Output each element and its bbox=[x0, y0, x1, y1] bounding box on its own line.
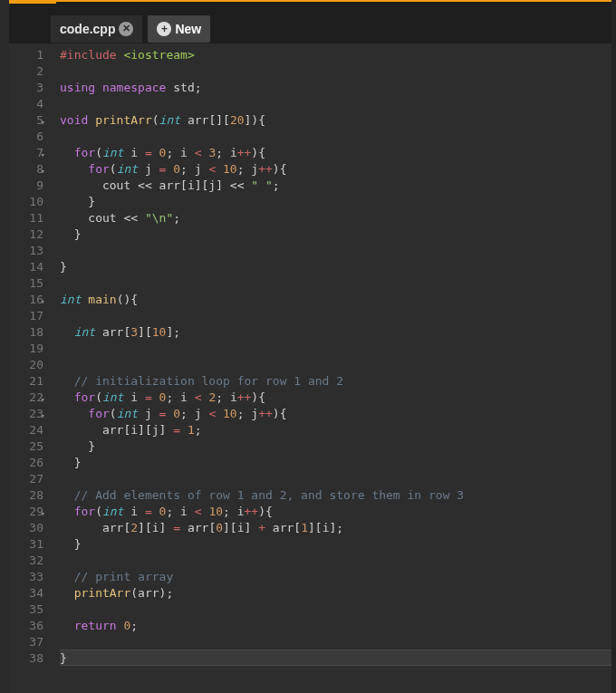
code-line[interactable]: } bbox=[60, 226, 611, 243]
editor-panel: code.cpp ✕ + New 12345▾67▾8▾910111213141… bbox=[9, 0, 611, 693]
line-number: 15 bbox=[13, 275, 43, 292]
code-line[interactable] bbox=[60, 129, 611, 145]
line-number: 23▾ bbox=[13, 406, 43, 422]
code-line[interactable]: printArr(arr); bbox=[60, 585, 611, 602]
line-number: 24 bbox=[13, 422, 43, 438]
line-number: 19 bbox=[13, 341, 43, 357]
code-line[interactable] bbox=[60, 471, 611, 487]
line-number-gutter: 12345▾67▾8▾910111213141516▾171819202122▾… bbox=[9, 43, 51, 693]
line-number: 38 bbox=[13, 650, 43, 667]
code-line[interactable]: cout << arr[i][j] << " "; bbox=[60, 178, 611, 194]
line-number: 26 bbox=[13, 455, 43, 471]
editor-window: code.cpp ✕ + New 12345▾67▾8▾910111213141… bbox=[0, 0, 616, 693]
code-line[interactable] bbox=[60, 63, 611, 80]
line-number: 33 bbox=[13, 569, 43, 585]
line-number: 7▾ bbox=[13, 145, 43, 161]
code-line[interactable]: void printArr(int arr[][20]){ bbox=[60, 112, 611, 129]
code-line[interactable]: #include <iostream> bbox=[60, 47, 611, 63]
line-number: 5▾ bbox=[13, 112, 43, 129]
code-line[interactable]: int main(){ bbox=[60, 292, 611, 308]
code-line[interactable]: } bbox=[60, 194, 611, 210]
tab-code-cpp[interactable]: code.cpp ✕ bbox=[51, 15, 142, 43]
code-line[interactable]: arr[2][i] = arr[0][i] + arr[1][i]; bbox=[60, 520, 611, 536]
code-line[interactable]: } bbox=[60, 259, 611, 275]
code-line[interactable]: // initialization loop for row 1 and 2 bbox=[60, 373, 611, 390]
code-line[interactable]: for(int i = 0; i < 3; i++){ bbox=[60, 145, 611, 161]
close-icon[interactable]: ✕ bbox=[119, 22, 133, 36]
line-number: 4 bbox=[13, 96, 43, 112]
code-line[interactable] bbox=[60, 96, 611, 112]
code-line[interactable]: for(int j = 0; j < 10; j++){ bbox=[60, 161, 611, 178]
line-number: 22▾ bbox=[13, 390, 43, 406]
code-line[interactable]: return 0; bbox=[60, 618, 611, 634]
code-line[interactable]: cout << "\n"; bbox=[60, 210, 611, 226]
code-area[interactable]: 12345▾67▾8▾910111213141516▾171819202122▾… bbox=[9, 43, 611, 693]
line-number: 31 bbox=[13, 536, 43, 553]
line-number: 18 bbox=[13, 324, 43, 341]
code-line[interactable]: // print array bbox=[60, 569, 611, 585]
line-number: 17 bbox=[13, 308, 43, 324]
plus-icon: + bbox=[157, 22, 171, 36]
line-number: 21 bbox=[13, 373, 43, 390]
line-number: 13 bbox=[13, 243, 43, 259]
line-number: 12 bbox=[13, 226, 43, 243]
new-tab-button[interactable]: + New bbox=[148, 15, 210, 43]
line-number: 25 bbox=[13, 438, 43, 455]
new-tab-label: New bbox=[175, 22, 201, 36]
line-number: 30 bbox=[13, 520, 43, 536]
line-number: 32 bbox=[13, 553, 43, 569]
code-line[interactable]: for(int j = 0; j < 10; j++){ bbox=[60, 406, 611, 422]
line-number: 1 bbox=[13, 47, 43, 63]
line-number: 10 bbox=[13, 194, 43, 210]
code-line[interactable]: } bbox=[60, 536, 611, 553]
code-line[interactable]: } bbox=[60, 650, 611, 666]
code-line[interactable] bbox=[60, 308, 611, 324]
line-number: 27 bbox=[13, 471, 43, 487]
code-line[interactable]: // Add elements of row 1 and 2, and stor… bbox=[60, 487, 611, 504]
line-number: 14 bbox=[13, 259, 43, 275]
tab-bar: code.cpp ✕ + New bbox=[9, 0, 611, 43]
line-number: 8▾ bbox=[13, 161, 43, 178]
line-number: 35 bbox=[13, 602, 43, 618]
tab-label: code.cpp bbox=[60, 22, 115, 36]
code-line[interactable] bbox=[60, 357, 611, 373]
code-line[interactable] bbox=[60, 602, 611, 618]
code-line[interactable] bbox=[60, 275, 611, 292]
line-number: 2 bbox=[13, 63, 43, 80]
code-line[interactable]: for(int i = 0; i < 2; i++){ bbox=[60, 390, 611, 406]
code-line[interactable]: arr[i][j] = 1; bbox=[60, 422, 611, 438]
code-line[interactable] bbox=[60, 243, 611, 259]
line-number: 20 bbox=[13, 357, 43, 373]
line-number: 29▾ bbox=[13, 504, 43, 520]
line-number: 3 bbox=[13, 80, 43, 96]
line-number: 16▾ bbox=[13, 292, 43, 308]
scrollbar-track[interactable] bbox=[611, 0, 616, 693]
code-line[interactable]: } bbox=[60, 455, 611, 471]
code-line[interactable] bbox=[60, 553, 611, 569]
line-number: 9 bbox=[13, 178, 43, 194]
code-line[interactable]: } bbox=[60, 438, 611, 455]
code-line[interactable] bbox=[60, 341, 611, 357]
line-number: 34 bbox=[13, 585, 43, 602]
code-content[interactable]: #include <iostream> using namespace std;… bbox=[51, 43, 611, 693]
line-number: 6 bbox=[13, 129, 43, 145]
obscured-left-panel bbox=[0, 0, 9, 693]
code-line[interactable]: int arr[3][10]; bbox=[60, 324, 611, 341]
line-number: 28 bbox=[13, 487, 43, 504]
code-line[interactable] bbox=[60, 634, 611, 650]
line-number: 36 bbox=[13, 618, 43, 634]
code-line[interactable]: using namespace std; bbox=[60, 80, 611, 96]
line-number: 11 bbox=[13, 210, 43, 226]
line-number: 37 bbox=[13, 634, 43, 650]
code-line[interactable]: for(int i = 0; i < 10; i++){ bbox=[60, 504, 611, 520]
